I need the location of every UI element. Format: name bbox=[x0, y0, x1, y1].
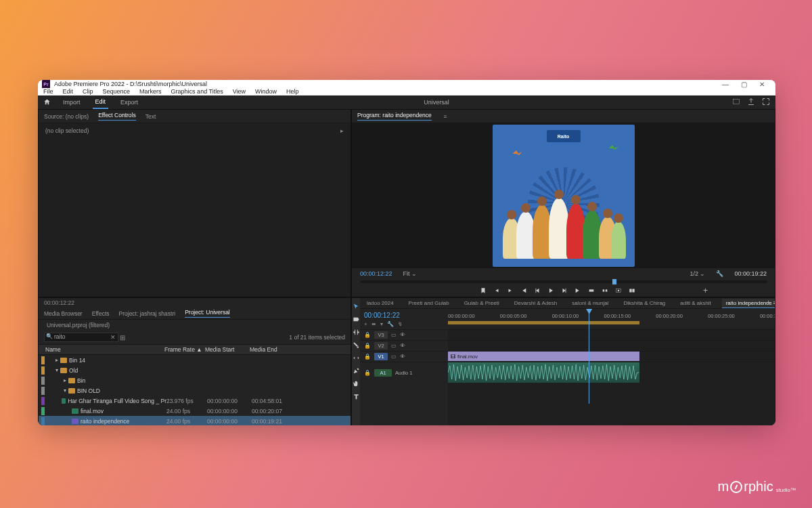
sequence-tab[interactable]: aditi & akshit bbox=[676, 299, 715, 308]
panel-menu-icon[interactable]: ≡ bbox=[444, 113, 447, 120]
work-area[interactable] bbox=[448, 321, 639, 324]
maximize-button[interactable]: ▢ bbox=[741, 81, 747, 88]
snap-icon[interactable]: ⌖ bbox=[364, 321, 367, 328]
track-select-tool-icon[interactable] bbox=[352, 315, 360, 323]
marker-add-icon[interactable]: ▾ bbox=[380, 321, 383, 328]
audio-clip[interactable] bbox=[448, 362, 639, 383]
add-button-icon[interactable]: + bbox=[703, 286, 708, 295]
clear-search-icon[interactable]: ✕ bbox=[110, 334, 116, 341]
tab-project-jashraj[interactable]: Project: jashraj shastri bbox=[119, 310, 176, 317]
timeline-timecode[interactable]: 00:00:12:22 bbox=[364, 312, 444, 319]
marker-icon[interactable] bbox=[480, 284, 487, 297]
minimize-button[interactable]: — bbox=[722, 81, 729, 88]
wrench-icon[interactable]: ↯ bbox=[398, 321, 403, 328]
menu-file[interactable]: File bbox=[43, 88, 53, 95]
sequence-tab[interactable]: Gulab & Preeti bbox=[460, 299, 503, 308]
chevron-icon[interactable]: ▾ bbox=[55, 367, 60, 373]
close-button[interactable]: ✕ bbox=[759, 81, 765, 88]
tab-effects[interactable]: Effects bbox=[92, 310, 110, 317]
menu-sequence[interactable]: Sequence bbox=[103, 88, 131, 95]
settings-wrench-icon[interactable]: 🔧 bbox=[387, 321, 394, 328]
menu-view[interactable]: View bbox=[233, 88, 246, 95]
fullscreen-icon[interactable] bbox=[762, 98, 770, 107]
menu-window[interactable]: Window bbox=[255, 88, 277, 95]
workspace-tab-edit[interactable]: Edit bbox=[93, 96, 109, 109]
workspace-tab-import[interactable]: Import bbox=[60, 96, 83, 108]
quick-export-icon[interactable] bbox=[732, 98, 740, 107]
tab-text[interactable]: Text bbox=[145, 113, 156, 120]
sequence-tab[interactable]: saloni & munjal bbox=[568, 299, 612, 308]
add-track-icon[interactable]: + bbox=[766, 298, 771, 308]
resolution-select[interactable]: 1/2 ⌄ bbox=[690, 270, 705, 277]
project-row[interactable]: raito independence24.00 fps00:00:00:0000… bbox=[39, 416, 351, 425]
project-row[interactable]: ▸Bin bbox=[39, 375, 351, 385]
project-row[interactable]: Har Ghar Tiranga Full Video Song _ Pr23.… bbox=[39, 396, 351, 406]
type-tool-icon[interactable] bbox=[352, 392, 360, 400]
project-row[interactable]: ▸Bin 14 bbox=[39, 355, 351, 365]
lock-icon[interactable]: 🔒 bbox=[364, 332, 371, 338]
project-row[interactable]: ▾Old bbox=[39, 365, 351, 375]
tab-media-browser[interactable]: Media Browser bbox=[44, 310, 83, 317]
track-header-v2[interactable]: 🔒V2▭👁 bbox=[360, 340, 448, 351]
comparison-icon[interactable] bbox=[629, 284, 635, 297]
project-row[interactable]: final.mov24.00 fps00:00:00:0000:00:20:07 bbox=[39, 406, 351, 416]
step-back-icon[interactable] bbox=[534, 284, 541, 297]
lock-icon[interactable]: 🔒 bbox=[364, 370, 371, 376]
home-icon[interactable] bbox=[43, 98, 51, 107]
pen-tool-icon[interactable] bbox=[352, 366, 360, 375]
step-fwd-icon[interactable] bbox=[561, 284, 568, 297]
extract-icon[interactable] bbox=[602, 284, 608, 297]
project-row[interactable]: ▾BIN OLD bbox=[39, 385, 351, 396]
go-to-in-icon[interactable] bbox=[520, 284, 527, 297]
lift-icon[interactable] bbox=[588, 284, 595, 297]
menu-markers[interactable]: Markers bbox=[139, 88, 162, 95]
eye-icon[interactable]: 👁 bbox=[400, 354, 405, 360]
project-headers[interactable]: Name Frame Rate ▲ Media Start Media End bbox=[39, 344, 351, 355]
program-scrubber[interactable] bbox=[360, 280, 767, 283]
chevron-icon[interactable]: ▸ bbox=[64, 377, 68, 383]
menu-clip[interactable]: Clip bbox=[83, 88, 93, 95]
menu-graphics[interactable]: Graphics and Titles bbox=[171, 88, 223, 95]
settings-icon[interactable]: 🔧 bbox=[716, 270, 723, 277]
selection-tool-icon[interactable] bbox=[352, 302, 360, 310]
tab-program[interactable]: Program: raito independence bbox=[357, 112, 432, 121]
playhead-icon[interactable] bbox=[612, 279, 616, 284]
ripple-tool-icon[interactable] bbox=[352, 328, 360, 336]
chevron-right-icon[interactable]: ▸ bbox=[340, 127, 344, 134]
in-point-icon[interactable] bbox=[493, 284, 500, 297]
go-to-out-icon[interactable] bbox=[574, 284, 581, 297]
tab-project-universal[interactable]: Project: Universal bbox=[185, 309, 230, 318]
play-icon[interactable] bbox=[547, 284, 554, 297]
zoom-fit-select[interactable]: Fit ⌄ bbox=[403, 270, 418, 277]
track-header-a1[interactable]: 🔒A1Audio 1 bbox=[360, 362, 448, 383]
program-timecode[interactable]: 00:00:12:22 bbox=[360, 270, 392, 277]
sequence-tab[interactable]: ladoo 2024 bbox=[363, 299, 398, 308]
video-clip[interactable]: final.mov bbox=[448, 352, 639, 361]
razor-tool-icon[interactable] bbox=[352, 341, 360, 349]
tracks-area[interactable]: final.mov bbox=[448, 329, 775, 425]
titlebar[interactable]: Pr Adobe Premiere Pro 2022 - D:\Srushti\… bbox=[38, 80, 775, 88]
track-header-v3[interactable]: 🔒V3▭👁 bbox=[360, 329, 448, 340]
track-header-v1[interactable]: 🔒V1▭👁 bbox=[360, 351, 448, 362]
eye-icon[interactable]: 👁 bbox=[400, 343, 405, 349]
timeline-playhead[interactable] bbox=[589, 309, 589, 404]
linked-sel-icon[interactable]: ⬌ bbox=[371, 321, 376, 328]
workspace-tab-export[interactable]: Export bbox=[118, 96, 141, 108]
chevron-icon[interactable]: ▸ bbox=[55, 357, 60, 363]
eye-icon[interactable]: 👁 bbox=[400, 332, 405, 338]
share-icon[interactable] bbox=[747, 98, 755, 107]
menu-help[interactable]: Help bbox=[286, 88, 299, 95]
new-bin-icon[interactable]: ⊞ bbox=[120, 334, 125, 341]
search-input[interactable]: raito bbox=[44, 333, 118, 342]
program-viewport[interactable]: Raito bbox=[352, 123, 775, 268]
slip-tool-icon[interactable] bbox=[352, 354, 360, 362]
lock-icon[interactable]: 🔒 bbox=[364, 343, 371, 349]
menu-edit[interactable]: Edit bbox=[63, 88, 74, 95]
time-ruler[interactable]: 00:00:00:0000:00:05:0000:00:10:0000:00:1… bbox=[448, 309, 775, 329]
export-frame-icon[interactable] bbox=[615, 284, 622, 297]
tab-effect-controls[interactable]: Effect Controls bbox=[98, 112, 136, 121]
sequence-tab[interactable]: Preeti and Gulab bbox=[405, 299, 453, 308]
out-point-icon[interactable] bbox=[507, 284, 514, 297]
tab-source[interactable]: Source: (no clips) bbox=[44, 113, 89, 120]
hand-tool-icon[interactable] bbox=[352, 379, 360, 387]
